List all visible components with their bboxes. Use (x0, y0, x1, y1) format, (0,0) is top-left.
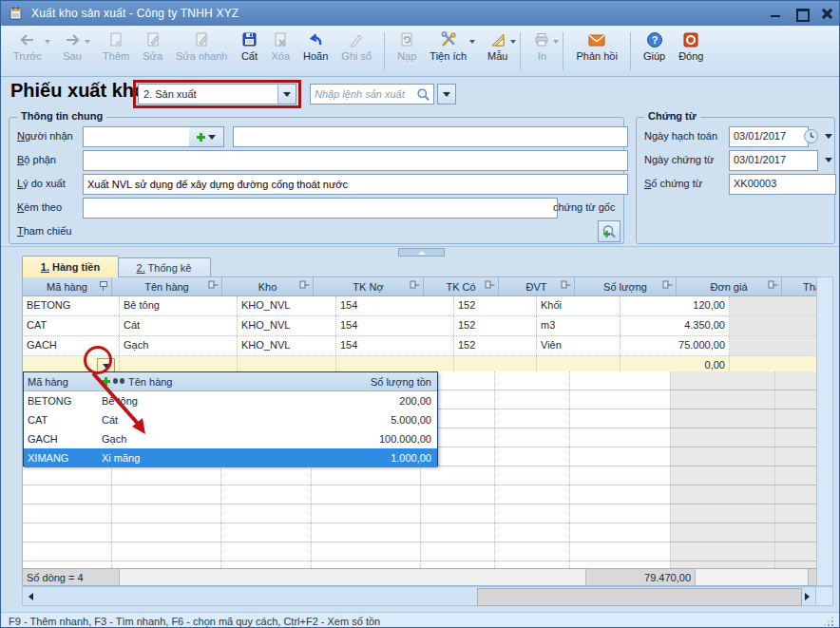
grid-header: Mã hàng Tên hàng Kho TK Nợ TK Có ĐVT Số … (23, 277, 816, 296)
utilities-button[interactable]: Tiện ích (423, 29, 473, 74)
add-button[interactable]: Thêm (96, 29, 136, 74)
collapse-panel-handle[interactable] (398, 248, 445, 257)
help-circle-icon: ? (646, 30, 663, 49)
column-header-quantity[interactable]: Số lượng (575, 277, 677, 295)
document-date-label: Ngày chứng từ (644, 150, 714, 169)
table-row[interactable]: GACH Gạch KHO_NVL 154 152 Viên 75.000,00… (23, 336, 816, 356)
pin-icon[interactable] (486, 280, 496, 290)
column-header-amount[interactable]: Thành tiền (782, 277, 816, 295)
document-date-input[interactable]: 03/01/2017 (729, 150, 818, 171)
printer-icon (533, 30, 550, 49)
column-header-unit-price[interactable]: Đơn giá (677, 277, 782, 295)
document-info-title: Chứng từ (644, 110, 700, 122)
dropdown-arrow-icon[interactable] (85, 40, 90, 44)
list-item[interactable]: CAT Cát 5.000,00 (24, 410, 437, 429)
scrollbar-corner (816, 586, 833, 606)
item-dropdown-header: Mã hàng Tên hàng Số lượng tồn (24, 372, 437, 391)
vertical-scrollbar[interactable] (816, 276, 833, 586)
pin-icon[interactable] (769, 280, 779, 290)
pin-icon[interactable] (99, 281, 108, 292)
document-no-input[interactable]: XK00003 (729, 174, 836, 195)
pin-icon[interactable] (562, 280, 572, 290)
column-header-code[interactable]: Mã hàng (23, 277, 112, 295)
status-hint: F9 - Thêm nhanh, F3 - Tìm nhanh, F6 - ch… (9, 616, 380, 627)
column-header-unit[interactable]: ĐVT (499, 277, 575, 295)
scrollbar-thumb[interactable] (477, 588, 802, 606)
floppy-save-icon (240, 30, 258, 49)
column-header-warehouse[interactable]: Kho (222, 277, 314, 295)
posting-date-input[interactable]: 03/01/2017 (729, 126, 809, 147)
posting-date-dropdown[interactable] (821, 126, 835, 145)
posting-date-label: Ngày hạch toán (644, 126, 717, 145)
reason-input (83, 174, 628, 195)
delete-button[interactable]: Xóa (264, 29, 296, 74)
document-date-dropdown[interactable] (821, 150, 835, 169)
close-icon[interactable] (821, 8, 833, 19)
pin-icon[interactable] (300, 280, 311, 290)
toolbar-separator (630, 32, 631, 70)
column-header-name[interactable]: Tên hàng (112, 277, 222, 295)
document-delete-icon (272, 30, 289, 49)
pin-icon[interactable] (663, 280, 674, 290)
list-item[interactable]: BETONG Bê tông 200,00 (24, 391, 437, 410)
dropdown-arrow-icon[interactable] (510, 40, 516, 44)
add-icon[interactable] (197, 133, 205, 142)
postpone-button[interactable]: Hoãn (296, 29, 334, 74)
department-input[interactable] (83, 150, 628, 171)
column-header-credit-account[interactable]: TK Có (424, 277, 499, 295)
reference-lookup-button[interactable] (598, 220, 620, 242)
dropdown-arrow-icon[interactable] (45, 40, 50, 44)
table-row[interactable]: CAT Cát KHO_NVL 154 152 m3 4.350,00 0,00 (23, 316, 816, 336)
pin-icon[interactable] (209, 280, 220, 290)
dropdown-column-code: Mã hàng (24, 376, 102, 388)
tab-statistics[interactable]: 2. Thống kê (117, 257, 211, 277)
minimize-icon[interactable] (770, 8, 782, 19)
chevron-down-icon (443, 92, 450, 97)
general-info-title: Thông tin chung (17, 110, 106, 122)
receiver-input[interactable] (83, 126, 199, 147)
undo-icon (307, 30, 324, 49)
search-icon[interactable] (413, 87, 433, 102)
summary-row: Số dòng = 4 79.470,00 (23, 568, 816, 586)
search-options-button[interactable] (437, 84, 456, 105)
help-button[interactable]: ? Giúp (637, 29, 672, 74)
pencil-icon (348, 30, 365, 49)
receiver-name-input[interactable] (233, 126, 628, 147)
clock-icon[interactable] (801, 126, 820, 145)
close-form-button[interactable]: Đóng (672, 29, 710, 74)
column-header-debit-account[interactable]: TK Nợ (314, 277, 424, 295)
chevron-up-icon (418, 251, 426, 255)
scroll-left-icon[interactable] (23, 587, 39, 605)
maximize-icon[interactable] (795, 8, 808, 19)
attachment-input[interactable] (83, 198, 558, 219)
reload-button[interactable]: Nạp (391, 29, 423, 74)
pin-icon[interactable] (410, 280, 421, 290)
list-item[interactable]: GACH Gạch 100.000,00 (24, 429, 437, 448)
power-close-icon (682, 30, 699, 49)
receiver-combo-buttons[interactable] (189, 126, 224, 147)
dropdown-arrow-icon[interactable] (553, 40, 559, 44)
production-order-search[interactable] (310, 84, 434, 105)
arrow-left-icon (18, 30, 37, 49)
add-icon[interactable] (102, 377, 110, 386)
templates-button[interactable]: Mẫu (481, 29, 514, 74)
resize-grip[interactable] (824, 617, 833, 626)
list-item-selected[interactable]: XIMANG Xi măng 1.000,00 (24, 448, 437, 467)
scroll-right-icon[interactable] (799, 587, 815, 605)
save-button[interactable]: Cất (234, 29, 264, 74)
print-button[interactable]: In (526, 29, 557, 74)
dropdown-arrow-icon[interactable] (469, 40, 475, 44)
search-input[interactable] (311, 88, 413, 100)
post-ledger-button[interactable]: Ghi sổ (334, 29, 378, 74)
horizontal-scrollbar[interactable] (22, 586, 816, 606)
tab-items-money[interactable]: 1. Hàng tiền (22, 256, 119, 277)
quick-edit-button[interactable]: Sửa nhanh (169, 29, 234, 74)
previous-button[interactable]: Trước (7, 29, 48, 74)
next-button[interactable]: Sau (56, 29, 88, 74)
table-row[interactable]: BETONG Bê tông KHO_NVL 154 152 Khối 120,… (23, 296, 816, 316)
edit-button[interactable]: Sửa (136, 29, 169, 74)
feedback-button[interactable]: Phản hồi (569, 29, 623, 74)
chevron-down-icon[interactable] (208, 135, 216, 140)
binoculars-icon[interactable] (113, 377, 125, 386)
reason-input-field[interactable] (87, 175, 623, 194)
